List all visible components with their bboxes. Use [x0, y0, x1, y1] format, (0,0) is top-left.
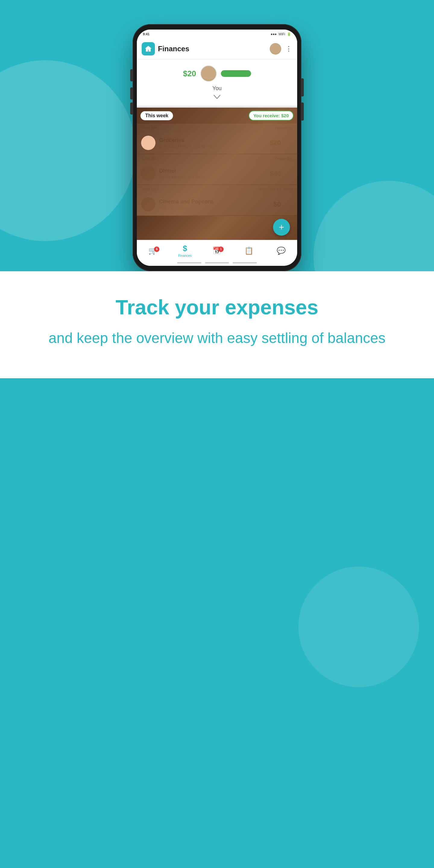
nav-item-tasks[interactable]: 📋	[233, 245, 265, 256]
phone-device: 9:41 ●●● WiFi 🔋 Finances ⋮	[133, 24, 301, 271]
app-logo-icon	[142, 42, 155, 56]
headline-text: Track your expenses	[36, 296, 398, 319]
balance-amount: $20	[183, 69, 196, 79]
expense-avatar-1	[141, 135, 156, 150]
balance-expand-button[interactable]	[213, 94, 221, 101]
balance-bar	[221, 70, 251, 77]
nav-item-messages[interactable]: 💬	[265, 245, 297, 256]
calendar-badge: 1	[218, 247, 224, 252]
balance-user-label: You	[213, 85, 221, 92]
finances-icon: $	[183, 244, 187, 253]
user-balance-avatar	[200, 65, 217, 82]
receive-amount-pill: You receive: $20	[249, 111, 293, 121]
fab-area: +	[137, 216, 297, 240]
bottom-nav: 🛒 6 $ Finances 📅 1 📋	[137, 240, 297, 260]
home-indicator	[137, 260, 297, 266]
nav-item-finances[interactable]: $ Finances	[169, 243, 201, 258]
nav-item-calendar[interactable]: 📅 1	[201, 245, 233, 256]
tasks-icon: 📋	[244, 247, 253, 255]
week-filter-pill[interactable]: This week	[141, 111, 173, 120]
add-expense-fab[interactable]: +	[273, 219, 290, 236]
status-bar: 9:41 ●●● WiFi 🔋	[137, 30, 297, 38]
finances-nav-label: Finances	[178, 254, 192, 257]
app-header: Finances ⋮	[137, 38, 297, 59]
header-user-avatar[interactable]	[270, 43, 281, 55]
cart-badge: 6	[154, 247, 159, 252]
balance-section: $20 You	[137, 59, 297, 107]
week-header: This week You receive: $20	[137, 107, 297, 124]
header-menu-button[interactable]: ⋮	[285, 45, 292, 53]
bottom-text-section: Track your expenses and keep the overvie…	[0, 271, 434, 378]
transactions-area: This week You receive: $20 Total $60 Yes…	[137, 107, 297, 240]
messages-icon: 💬	[277, 247, 286, 255]
app-title: Finances	[158, 44, 270, 53]
subtext: and keep the overview with easy settling…	[36, 328, 398, 348]
nav-item-cart[interactable]: 🛒 6	[137, 245, 169, 256]
